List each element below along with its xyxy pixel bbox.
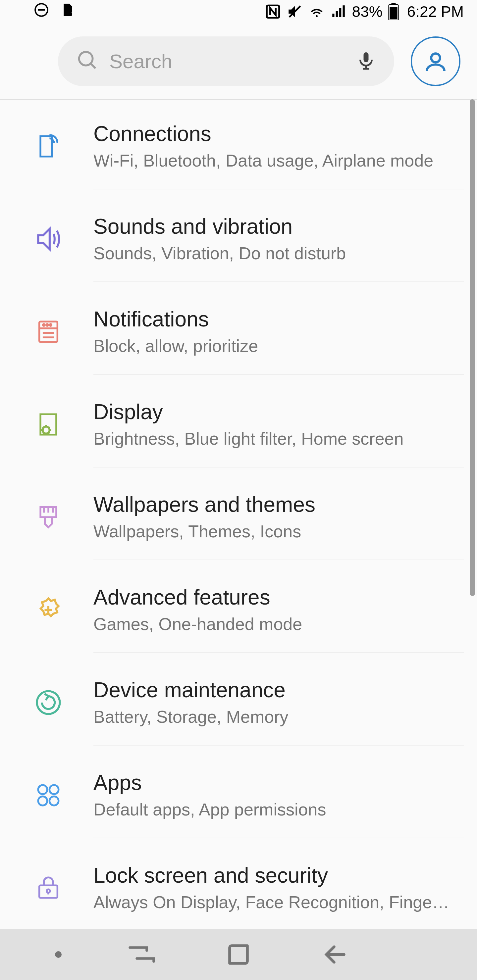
svg-text:✕: ✕ [70, 10, 76, 18]
settings-item-title: Display [93, 399, 464, 424]
mute-icon [287, 3, 303, 20]
svg-line-27 [43, 433, 44, 433]
search-row: Search [0, 23, 477, 99]
settings-item-title: Apps [93, 770, 464, 795]
battery-percentage: 83% [352, 3, 383, 21]
settings-item-connections[interactable]: Connections Wi-Fi, Bluetooth, Data usage… [0, 100, 477, 192]
settings-item-subtitle: Wi-Fi, Bluetooth, Data usage, Airplane m… [93, 151, 451, 170]
settings-item-title: Wallpapers and themes [93, 492, 464, 517]
settings-item-subtitle: Always On Display, Face Recognition, Fin… [93, 892, 451, 912]
settings-item-title: Sounds and vibration [93, 214, 464, 239]
notifications-icon [33, 317, 64, 347]
nfc-icon [265, 3, 281, 20]
settings-item-title: Advanced features [93, 585, 464, 609]
settings-item-subtitle: Games, One-handed mode [93, 614, 451, 634]
microphone-icon[interactable] [356, 48, 376, 75]
svg-point-39 [49, 796, 58, 805]
settings-item-title: Connections [93, 121, 464, 146]
search-box[interactable]: Search [58, 37, 394, 86]
settings-item-notifications[interactable]: Notifications Block, allow, prioritize [0, 285, 477, 378]
search-icon [76, 49, 99, 73]
back-button[interactable] [319, 938, 352, 971]
settings-item-lock[interactable]: Lock screen and security Always On Displ… [0, 842, 477, 934]
status-left: ✕ [33, 2, 76, 22]
maintenance-icon [33, 687, 64, 718]
svg-point-17 [50, 324, 51, 326]
home-button[interactable] [222, 938, 255, 971]
svg-rect-7 [389, 7, 397, 19]
apps-icon [33, 780, 64, 810]
settings-item-title: Device maintenance [93, 678, 464, 702]
settings-item-display[interactable]: Display Brightness, Blue light filter, H… [0, 378, 477, 471]
svg-point-36 [38, 785, 47, 794]
settings-item-subtitle: Battery, Storage, Memory [93, 707, 451, 727]
svg-point-12 [431, 54, 440, 62]
status-right: 83% 6:22 PM [265, 3, 464, 21]
svg-line-9 [91, 64, 96, 68]
sound-icon [33, 224, 64, 254]
sim-card-icon: ✕ [60, 2, 76, 22]
svg-point-16 [46, 324, 48, 326]
advanced-icon [33, 595, 64, 625]
svg-point-15 [43, 324, 45, 326]
settings-item-subtitle: Wallpapers, Themes, Icons [93, 522, 451, 541]
svg-point-8 [79, 52, 93, 65]
svg-line-25 [43, 427, 44, 428]
svg-point-38 [38, 796, 47, 805]
lock-icon [33, 872, 64, 903]
connections-icon [33, 131, 64, 162]
settings-item-sounds[interactable]: Sounds and vibration Sounds, Vibration, … [0, 192, 477, 285]
wifi-icon [308, 3, 325, 20]
settings-item-apps[interactable]: Apps Default apps, App permissions [0, 749, 477, 842]
search-input[interactable]: Search [109, 50, 346, 73]
settings-list: Connections Wi-Fi, Bluetooth, Data usage… [0, 99, 477, 934]
profile-button[interactable] [411, 37, 460, 86]
svg-line-28 [48, 427, 49, 428]
settings-item-maintenance[interactable]: Device maintenance Battery, Storage, Mem… [0, 656, 477, 749]
battery-icon [388, 3, 399, 20]
signal-icon [330, 3, 347, 20]
svg-rect-40 [40, 885, 57, 898]
do-not-disturb-icon [33, 2, 50, 22]
settings-item-title: Notifications [93, 307, 464, 331]
scroll-indicator[interactable] [470, 99, 475, 596]
svg-point-37 [49, 785, 58, 794]
themes-icon [33, 502, 64, 532]
navigation-bar [0, 929, 477, 980]
clock: 6:22 PM [407, 3, 464, 21]
settings-item-subtitle: Brightness, Blue light filter, Home scre… [93, 429, 451, 449]
settings-item-themes[interactable]: Wallpapers and themes Wallpapers, Themes… [0, 471, 477, 563]
recents-button[interactable] [125, 938, 158, 971]
settings-item-subtitle: Block, allow, prioritize [93, 336, 451, 356]
settings-item-subtitle: Default apps, App permissions [93, 800, 451, 819]
status-bar: ✕ 83% 6:22 PM [0, 0, 477, 23]
svg-point-35 [37, 691, 60, 714]
settings-item-advanced[interactable]: Advanced features Games, One-handed mode [0, 563, 477, 656]
svg-line-26 [48, 433, 49, 433]
nav-indicator-dot [55, 951, 62, 958]
settings-item-title: Lock screen and security [93, 863, 464, 888]
display-icon [33, 409, 64, 440]
settings-item-subtitle: Sounds, Vibration, Do not disturb [93, 243, 451, 263]
